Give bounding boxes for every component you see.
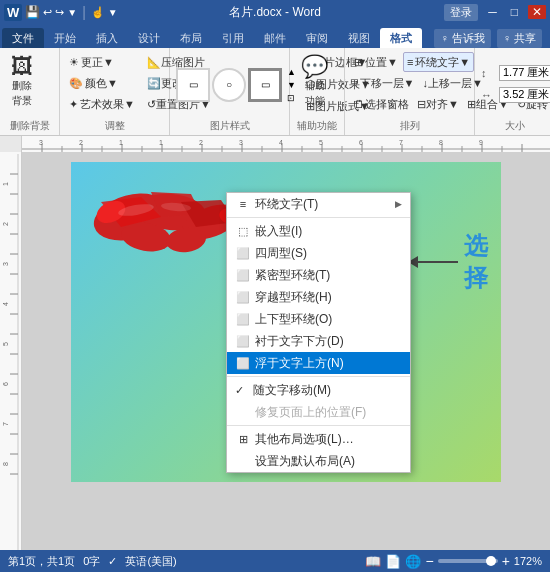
- tab-view[interactable]: 视图: [338, 28, 380, 48]
- svg-text:5: 5: [319, 139, 323, 146]
- layout-view-btn[interactable]: 📄: [385, 554, 401, 569]
- zoom-track[interactable]: [438, 559, 498, 563]
- tab-mail[interactable]: 邮件: [254, 28, 296, 48]
- align-btn[interactable]: ⊟对齐▼: [414, 94, 462, 114]
- svg-text:1: 1: [2, 182, 9, 186]
- close-button[interactable]: ✕: [528, 5, 546, 19]
- menu-item-more-layout[interactable]: ⊞ 其他布局选项(L)…: [227, 428, 410, 450]
- tight-icon: ⬜: [235, 269, 251, 282]
- position-btn[interactable]: ⊞ 位置▼: [351, 52, 401, 72]
- height-icon: ↕: [481, 67, 497, 79]
- title-bar-left: W 💾 ↩ ↪ ▼ | ☝ ▼: [4, 4, 118, 21]
- svg-text:8: 8: [439, 139, 443, 146]
- move-with-text-text: 随文字移动(M): [253, 382, 402, 399]
- svg-text:1: 1: [159, 139, 163, 146]
- status-right: 📖 📄 🌐 − + 172%: [365, 553, 542, 569]
- square-icon: ⬜: [235, 247, 251, 260]
- read-view-btn[interactable]: 📖: [365, 554, 381, 569]
- width-row: ↔ ▲ ▼: [481, 87, 550, 103]
- svg-text:6: 6: [2, 382, 9, 386]
- more-text: 其他布局选项(L)…: [255, 431, 402, 448]
- menu-separator-2: [227, 376, 410, 377]
- menu-item-topbottom[interactable]: ⬜ 上下型环绕(O): [227, 308, 410, 330]
- zoom-slider-container[interactable]: − + 172%: [425, 553, 542, 569]
- touch-icon[interactable]: ☝: [91, 6, 105, 19]
- minimize-button[interactable]: ─: [484, 5, 501, 19]
- style-item-1[interactable]: ▭: [176, 68, 210, 102]
- square-text: 四周型(S): [255, 245, 402, 262]
- tab-bar: 文件 开始 插入 设计 布局 引用 邮件 审阅 视图 格式 ♀ 告诉我 ♀ 共享: [0, 24, 550, 48]
- color-btn[interactable]: 🎨 颜色▼: [66, 73, 138, 93]
- tell-me-btn[interactable]: ♀ 告诉我: [434, 29, 490, 48]
- menu-item-tight[interactable]: ⬜ 紧密型环绕(T): [227, 264, 410, 286]
- save-icon[interactable]: 💾: [25, 5, 40, 19]
- zoom-minus-btn[interactable]: −: [425, 553, 433, 569]
- more-icon: ⊞: [235, 433, 251, 446]
- login-button[interactable]: 登录: [444, 4, 478, 21]
- redo-icon[interactable]: ↪: [55, 6, 64, 19]
- behind-text: 衬于文字下方(D): [255, 333, 402, 350]
- svg-text:4: 4: [2, 302, 9, 306]
- quick-access-toolbar: W 💾 ↩ ↪ ▼ | ☝ ▼: [4, 4, 118, 21]
- tight-text: 紧密型环绕(T): [255, 267, 402, 284]
- style-item-3[interactable]: ▭: [248, 68, 282, 102]
- inline-text: 嵌入型(I): [255, 223, 402, 240]
- qa-more-icon[interactable]: ▼: [67, 7, 77, 18]
- tab-file[interactable]: 文件: [2, 28, 44, 48]
- ribbon-group-remove-bg: 🖼 删除 背景 删除背景: [0, 48, 60, 135]
- svg-rect-39: [0, 154, 22, 550]
- tab-layout[interactable]: 布局: [170, 28, 212, 48]
- menu-item-set-default[interactable]: 设置为默认布局(A): [227, 450, 410, 472]
- qa-more2-icon[interactable]: ▼: [108, 7, 118, 18]
- ruler-area: 3 2 1 1 2 3 4 5 6 7 8 9: [0, 136, 550, 152]
- vertical-ruler: 1 2 3 4 5 6 7 8: [0, 152, 22, 550]
- artistic-effects-btn[interactable]: ✦ 艺术效果▼: [66, 94, 138, 114]
- menu-item-move-with-text[interactable]: ✓ 随文字移动(M): [227, 379, 410, 401]
- web-view-btn[interactable]: 🌐: [405, 554, 421, 569]
- main-area: 1 2 3 4 5 6 7 8: [0, 152, 550, 550]
- svg-text:8: 8: [2, 462, 9, 466]
- bring-forward-btn[interactable]: ↑下移一层▼: [351, 73, 417, 93]
- inline-icon: ⬚: [235, 225, 251, 238]
- annotation: 选择: [416, 230, 501, 294]
- correction-icon: ☀: [69, 56, 79, 69]
- menu-item-inline[interactable]: ⬚ 嵌入型(I): [227, 220, 410, 242]
- svg-text:2: 2: [79, 139, 83, 146]
- tab-format[interactable]: 格式: [380, 28, 422, 48]
- menu-item-infront[interactable]: ⬜ 浮于文字上方(N): [227, 352, 410, 374]
- alt-text-btn[interactable]: 💬 辅助 功能: [296, 52, 333, 112]
- svg-text:1: 1: [119, 139, 123, 146]
- tab-design[interactable]: 设计: [128, 28, 170, 48]
- svg-text:3: 3: [2, 262, 9, 266]
- remove-bg-button[interactable]: 🖼 删除 背景: [6, 52, 38, 112]
- style-item-2[interactable]: ○: [212, 68, 246, 102]
- select-pane-btn[interactable]: 🗒选择窗格: [351, 94, 412, 114]
- artistic-icon: ✦: [69, 98, 78, 111]
- title-bar: W 💾 ↩ ↪ ▼ | ☝ ▼ 名片.docx - Word 登录 ─ □ ✕: [0, 0, 550, 24]
- width-input[interactable]: [499, 87, 550, 103]
- ribbon: 🖼 删除 背景 删除背景 ☀ 更正▼ 🎨 颜色▼ ✦ 艺术效果▼: [0, 48, 550, 136]
- checkmark: ✓: [235, 384, 249, 397]
- share-btn[interactable]: ♀ 共享: [497, 29, 542, 48]
- menu-item-behind[interactable]: ⬜ 衬于文字下方(D): [227, 330, 410, 352]
- tab-start[interactable]: 开始: [44, 28, 86, 48]
- separator: |: [82, 4, 86, 20]
- menu-item-wrap-header[interactable]: ≡ 环绕文字(T) ▶: [227, 193, 410, 215]
- zoom-plus-btn[interactable]: +: [502, 553, 510, 569]
- status-left: 第1页，共1页 0字 ✓ 英语(美国): [8, 554, 177, 569]
- tab-insert[interactable]: 插入: [86, 28, 128, 48]
- menu-item-through[interactable]: ⬜ 穿越型环绕(H): [227, 286, 410, 308]
- svg-text:6: 6: [359, 139, 363, 146]
- page-info: 第1页，共1页: [8, 554, 75, 569]
- width-icon: ↔: [481, 89, 497, 101]
- maximize-button[interactable]: □: [507, 5, 522, 19]
- height-input[interactable]: [499, 65, 550, 81]
- menu-item-square[interactable]: ⬜ 四周型(S): [227, 242, 410, 264]
- svg-rect-1: [22, 148, 550, 150]
- tab-review[interactable]: 审阅: [296, 28, 338, 48]
- undo-icon[interactable]: ↩: [43, 6, 52, 19]
- correction-btn[interactable]: ☀ 更正▼: [66, 52, 138, 72]
- wrap-text-btn[interactable]: ≡ 环绕文字▼: [403, 52, 474, 72]
- height-row: ↕ ▲ ▼: [481, 65, 550, 81]
- tab-ref[interactable]: 引用: [212, 28, 254, 48]
